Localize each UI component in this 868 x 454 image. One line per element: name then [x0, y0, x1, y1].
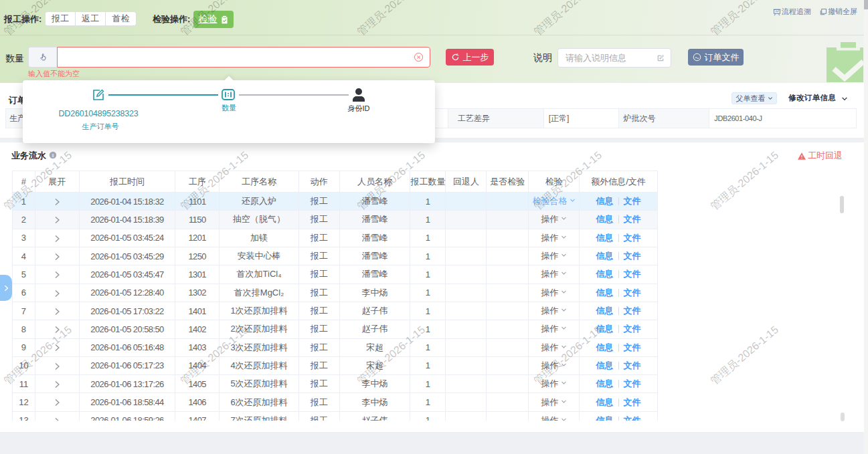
- svg-text:i: i: [52, 152, 54, 158]
